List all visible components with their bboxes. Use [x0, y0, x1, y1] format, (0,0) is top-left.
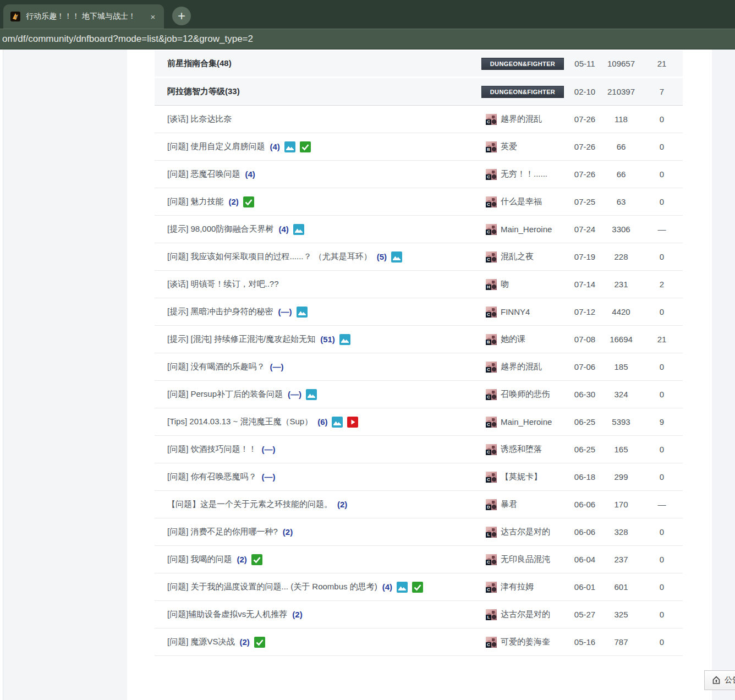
post-title-link[interactable]: 【问题】这是一个关于元素之环技能的问题。 [167, 499, 332, 510]
author-link[interactable]: 可爱的姜海奎 [501, 637, 550, 647]
post-title-link[interactable]: 阿拉德智力等级(33) [167, 86, 240, 97]
post-title-cell: [Tips] 2014.03.13 ~ 混沌魔王魔（Sup）(6) [155, 417, 486, 428]
table-row: [提示] 黑暗冲击护身符的秘密(—)CFINNY407-1244200 [155, 298, 683, 326]
check-attachment-icon [251, 554, 262, 565]
author-link[interactable]: Main_Heroine [501, 417, 552, 426]
post-title-cell: 阿拉德智力等级(33) [155, 86, 486, 97]
author-cell: C混乱之夜 [486, 251, 568, 262]
image-attachment-icon [284, 141, 295, 152]
author-avatar: H [486, 279, 497, 290]
post-title-link[interactable]: [提示] [混沌] 持续修正混沌/魔攻起始无知 [167, 334, 315, 344]
avatar-class-letter: B [486, 340, 491, 345]
post-date: 07-14 [568, 280, 601, 289]
tab-close-icon[interactable]: × [147, 11, 158, 22]
avatar-class-letter: L [486, 532, 491, 538]
browser-tab[interactable]: 行动乐趣！！！ 地下城与战士！ × [3, 4, 164, 29]
table-row: [问题] Persup补丁后的装备问题(—)C召唤师的悲伤06-303240 [155, 381, 683, 408]
author-link[interactable]: 吻 [501, 279, 509, 289]
post-title-link[interactable]: [问题] 没有喝酒的乐趣吗？ [167, 362, 265, 372]
post-title-link[interactable]: [问题] 你有召唤恶魔吗？ [167, 472, 257, 482]
author-link[interactable]: 混乱之夜 [501, 251, 534, 262]
board-home-button[interactable]: 公告板首页 [704, 670, 735, 690]
post-title-link[interactable]: [Tips] 2014.03.13 ~ 混沌魔王魔（Sup） [167, 417, 312, 427]
post-title-link[interactable]: [提示] 黑暗冲击护身符的秘密 [167, 307, 273, 317]
board-footer-actions: 公告板首页 回到顶部 [309, 670, 735, 690]
author-cell: C什么是幸福 [486, 196, 568, 207]
address-bar[interactable]: om/df/community/dnfboard?mode=list&job=1… [0, 29, 735, 50]
author-link[interactable]: 英爱 [501, 141, 517, 152]
post-title-link[interactable]: [问题] 魔源VS决战 [167, 637, 235, 647]
post-date: 07-26 [568, 142, 601, 151]
avatar-class-letter: C [486, 119, 491, 125]
post-view-count: 185 [601, 362, 641, 371]
post-reply-count: 21 [641, 59, 683, 68]
post-title-link[interactable]: [提示] 98,000防御融合天界树 [167, 224, 273, 234]
post-view-count: 170 [601, 500, 641, 509]
tab-bar: 行动乐趣！！！ 地下城与战士！ × + [0, 0, 735, 29]
inline-reply-count: (51) [320, 335, 335, 344]
author-link[interactable]: 召唤师的悲伤 [501, 389, 550, 400]
author-link[interactable]: Main_Heroine [501, 225, 552, 234]
author-link[interactable]: 暴君 [501, 499, 517, 510]
author-cell: DUNGEON&FIGHTER [486, 86, 568, 98]
post-title-cell: [问题] 消费不足的你用哪一种?(2) [155, 527, 486, 537]
post-title-link[interactable]: [问题] 关于我的温度设置的问题... (关于 Roombus 的思考) [167, 582, 377, 592]
table-row: [问题] 魅力技能(2)C什么是幸福07-25630 [155, 188, 683, 216]
author-link[interactable]: 【莫妮卡】 [501, 472, 542, 482]
author-link[interactable]: 什么是幸福 [501, 196, 542, 207]
post-title-link[interactable]: [问题] 我应该如何采取项目的过程......？ （尤其是耳环） [167, 251, 372, 262]
author-link[interactable]: 她的课 [501, 334, 525, 344]
avatar-class-letter: L [486, 615, 491, 620]
table-row: [Tips] 2014.03.13 ~ 混沌魔王魔（Sup）(6)CMain_H… [155, 408, 683, 436]
author-link[interactable]: 达古尔是对的 [501, 609, 550, 620]
post-title-link[interactable]: [问题] Persup补丁后的装备问题 [167, 389, 283, 400]
author-cell: B英爱 [486, 141, 568, 152]
new-tab-button[interactable]: + [172, 7, 191, 25]
author-cell: C无印良品混沌 [486, 554, 568, 565]
table-row: [问题] 你有召唤恶魔吗？(—)C【莫妮卡】06-182990 [155, 463, 683, 491]
author-link[interactable]: 越界的混乱 [501, 362, 542, 372]
author-avatar: C [486, 582, 497, 593]
post-date: 07-26 [568, 169, 601, 179]
author-link[interactable]: FINNY4 [501, 307, 530, 316]
avatar-class-letter: C [486, 312, 491, 318]
author-link[interactable]: 津有拉姆 [501, 582, 534, 592]
post-date: 07-25 [568, 197, 601, 206]
url-text: om/df/community/dnfboard?mode=list&job=1… [2, 34, 253, 45]
author-avatar: C [486, 389, 497, 400]
post-title-cell: [问题] 恶魔召唤问题(4) [155, 169, 486, 179]
post-title-cell: [问题] 你有召唤恶魔吗？(—) [155, 472, 486, 482]
post-title-link[interactable]: [问题] 消费不足的你用哪一种? [167, 527, 278, 537]
post-date: 07-06 [568, 362, 601, 371]
author-avatar: L [486, 609, 497, 620]
avatar-class-letter: C [486, 202, 491, 207]
post-view-count: 601 [601, 582, 641, 592]
table-row: [问题] 使用自定义肩膀问题(4)B英爱07-26660 [155, 133, 683, 161]
post-view-count: 787 [601, 637, 641, 647]
author-avatar: C [486, 224, 497, 235]
post-title-link[interactable]: [问题]辅助设备虚拟vs无人机推荐 [167, 609, 287, 620]
post-title-link[interactable]: [问题] 魅力技能 [167, 196, 224, 207]
author-link[interactable]: 达古尔是对的 [501, 527, 550, 537]
author-link[interactable]: 无穷！！...... [501, 169, 547, 179]
post-reply-count: 21 [641, 335, 683, 344]
post-title-link[interactable]: [问题] 饮酒技巧问题！！ [167, 444, 257, 455]
post-reply-count: 0 [641, 362, 683, 371]
post-title-link[interactable]: 前星指南合集(48) [167, 58, 232, 69]
post-title-link[interactable]: [问题] 使用自定义肩膀问题 [167, 141, 265, 152]
post-title-link[interactable]: [问题] 恶魔召唤问题 [167, 169, 240, 179]
post-title-link[interactable]: [谈话] 明镇哥！续订，对吧..?? [167, 279, 279, 289]
post-title-cell: 前星指南合集(48) [155, 58, 486, 69]
author-cell: C诱惑和堕落 [486, 444, 568, 455]
author-link[interactable]: 越界的混乱 [501, 114, 542, 124]
author-cell: L达古尔是对的 [486, 527, 568, 538]
author-avatar: C [486, 169, 497, 180]
author-cell: CMain_Heroine [486, 417, 568, 428]
author-link[interactable]: 无印良品混沌 [501, 554, 550, 565]
post-title-link[interactable]: [谈话] 比奈达比奈 [167, 114, 232, 124]
post-date: 05-11 [568, 59, 601, 68]
post-title-link[interactable]: [问题] 我喝的问题 [167, 554, 232, 565]
author-link[interactable]: 诱惑和堕落 [501, 444, 542, 455]
inline-reply-count: (2) [237, 555, 247, 564]
author-avatar: C [486, 251, 497, 262]
